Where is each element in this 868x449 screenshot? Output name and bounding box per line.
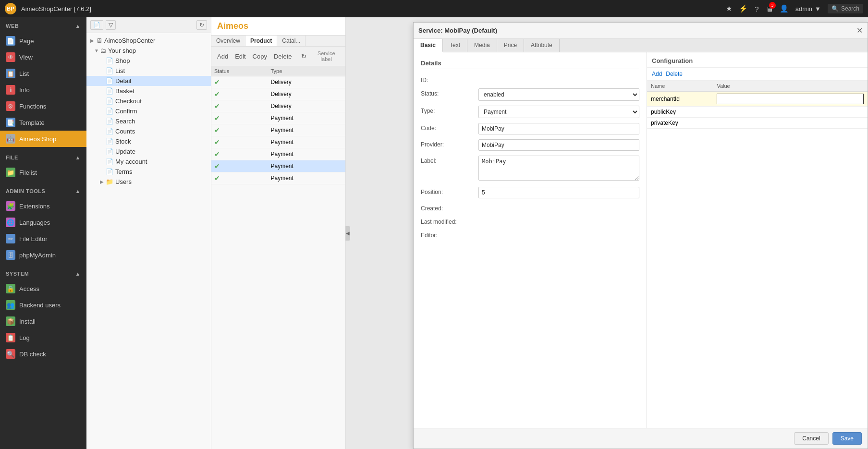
provider-input[interactable] (478, 139, 639, 151)
sidebar-group-web-header[interactable]: WEB ▲ (0, 19, 86, 33)
filter-button[interactable]: ▽ (106, 20, 116, 30)
position-input[interactable] (478, 187, 639, 198)
position-field[interactable] (478, 187, 639, 198)
list-row[interactable]: ✔ Payment (211, 160, 345, 172)
info-icon: ℹ (6, 85, 15, 95)
tree-node-shop[interactable]: 📄 Shop (86, 56, 211, 66)
modal-tab-attribute-label: Attribute (531, 42, 552, 49)
edit-button[interactable]: Edit (233, 52, 247, 61)
bolt-icon[interactable]: ⚡ (739, 4, 748, 13)
sidebar-item-info[interactable]: ℹ Info (0, 82, 86, 98)
modal-tab-price[interactable]: Price (497, 39, 524, 52)
copy-button[interactable]: Copy (251, 52, 269, 61)
list-row[interactable]: ✔ Payment (211, 148, 345, 160)
tree-node-users[interactable]: ▶ 📁 Users (86, 177, 211, 187)
label-textarea[interactable]: MobiPay (478, 156, 639, 181)
label-field[interactable]: MobiPay (478, 156, 639, 182)
config-delete-button[interactable]: Delete (666, 71, 683, 77)
list-row[interactable]: ✔ Payment (211, 124, 345, 136)
tree-node-detail[interactable]: 📄 Detail (86, 76, 211, 86)
refresh-list-button[interactable]: ↻ (299, 52, 308, 61)
sidebar-group-file-header[interactable]: FILE ▲ (0, 151, 86, 164)
modal-tab-attribute[interactable]: Attribute (524, 39, 560, 52)
sidebar-item-list[interactable]: 📋 List (0, 65, 86, 82)
sidebar-item-backend-users[interactable]: 👥 Backend users (0, 297, 86, 313)
modal-tab-basic[interactable]: Basic (414, 39, 443, 52)
type-select[interactable]: Payment Delivery (478, 106, 639, 118)
code-field[interactable] (478, 123, 639, 134)
tree-node-counts[interactable]: 📄 Counts (86, 126, 211, 136)
sidebar-item-page[interactable]: 📄 Page (0, 33, 86, 49)
config-row-publickey[interactable]: publicKey (647, 107, 868, 118)
tree-node-basket[interactable]: 📄 Basket (86, 86, 211, 96)
modal-close-button[interactable]: ✕ (856, 26, 863, 35)
code-input[interactable] (478, 123, 639, 134)
field-provider: Provider: (421, 139, 639, 151)
tab-product[interactable]: Product (245, 36, 277, 46)
sidebar-item-view[interactable]: 👁 View (0, 49, 86, 65)
created-label: Created: (421, 203, 478, 212)
user-menu[interactable]: admin ▼ (795, 5, 821, 12)
tree-node-terms[interactable]: 📄 Terms (86, 167, 211, 177)
sidebar-group-web-label: WEB (6, 23, 19, 29)
sidebar-item-log[interactable]: 📋 Log (0, 329, 86, 346)
type-field[interactable]: Payment Delivery (478, 106, 639, 118)
new-file-button[interactable]: 📄 (90, 20, 103, 30)
tab-catalog[interactable]: Catal... (277, 36, 306, 46)
sidebar-item-aimeos-shop[interactable]: 🤖 Aimeos Shop (0, 131, 86, 147)
sidebar-item-db-check[interactable]: 🔍 DB check (0, 346, 86, 362)
tree-node-update[interactable]: 📄 Update (86, 146, 211, 157)
star-icon[interactable]: ★ (726, 4, 732, 13)
config-value-merchantid-input[interactable] (717, 94, 864, 104)
last-modified-label: Last modified: (421, 217, 478, 225)
help-icon[interactable]: ? (755, 5, 758, 13)
tree-node-confirm[interactable]: 📄 Confirm (86, 106, 211, 116)
status-field[interactable]: enabled disabled (478, 88, 639, 101)
toggle-service-label-button[interactable]: Service label (311, 49, 342, 63)
tree-node-my-account[interactable]: 📄 My account (86, 157, 211, 167)
delete-button[interactable]: Delete (272, 52, 294, 61)
tab-overview[interactable]: Overview (211, 36, 245, 46)
sidebar-item-install[interactable]: 📦 Install (0, 313, 86, 329)
list-row[interactable]: ✔ Delivery (211, 88, 345, 100)
search-bar[interactable]: 🔍 Search (828, 4, 863, 13)
tree-users-label: Users (115, 178, 132, 185)
sidebar-item-extensions[interactable]: 🧩 Extensions (0, 198, 86, 214)
sidebar-item-filelist[interactable]: 📁 Filelist (0, 164, 86, 181)
tree-node-stock[interactable]: 📄 Stock (86, 136, 211, 146)
status-select[interactable]: enabled disabled (478, 88, 639, 101)
add-button[interactable]: Add (215, 52, 230, 61)
collapse-panel-handle[interactable]: ◀ (345, 226, 350, 241)
sidebar-item-access[interactable]: 🔒 Access (0, 280, 86, 297)
list-row[interactable]: ✔ Delivery (211, 100, 345, 112)
config-add-button[interactable]: Add (652, 71, 662, 77)
config-row-merchantid[interactable]: merchantId (647, 92, 868, 107)
notifications-badge[interactable]: 🖥 3 (766, 5, 773, 13)
sidebar-item-functions[interactable]: ⚙ Functions (0, 98, 86, 114)
sidebar-group-system-header[interactable]: SYSTEM ▲ (0, 267, 86, 280)
cancel-button[interactable]: Cancel (794, 432, 828, 445)
modal-tab-basic-label: Basic (420, 42, 436, 49)
save-button[interactable]: Save (832, 432, 862, 445)
modal-tab-media[interactable]: Media (467, 39, 497, 52)
tree-node-root[interactable]: ▶ 🖥 AimeoShopCenter (86, 36, 211, 46)
config-row-privatekey[interactable]: privateKey (647, 118, 868, 129)
config-value-merchantid[interactable] (713, 92, 868, 107)
provider-field[interactable] (478, 139, 639, 151)
tree-node-list[interactable]: 📄 List (86, 66, 211, 76)
sidebar-item-template[interactable]: 📑 Template (0, 114, 86, 131)
list-row[interactable]: ✔ Payment (211, 172, 345, 184)
list-row[interactable]: ✔ Delivery (211, 76, 345, 88)
refresh-button[interactable]: ↻ (196, 20, 207, 30)
list-row[interactable]: ✔ Payment (211, 112, 345, 124)
list-row[interactable]: ✔ Payment (211, 136, 345, 148)
tree-node-checkout[interactable]: 📄 Checkout (86, 96, 211, 106)
sidebar-item-file-editor[interactable]: ✏ File Editor (0, 231, 86, 247)
sidebar-item-languages[interactable]: 🌐 Languages (0, 214, 86, 231)
tree-node-your-shop[interactable]: ▼ 🗂 Your shop (86, 46, 211, 56)
tree-node-search[interactable]: 📄 Search (86, 116, 211, 126)
field-created: Created: (421, 203, 639, 212)
sidebar-item-phpmyadmin[interactable]: 🗄 phpMyAdmin (0, 247, 86, 263)
modal-tab-text[interactable]: Text (443, 39, 467, 52)
sidebar-group-admin-header[interactable]: ADMIN TOOLS ▲ (0, 184, 86, 198)
